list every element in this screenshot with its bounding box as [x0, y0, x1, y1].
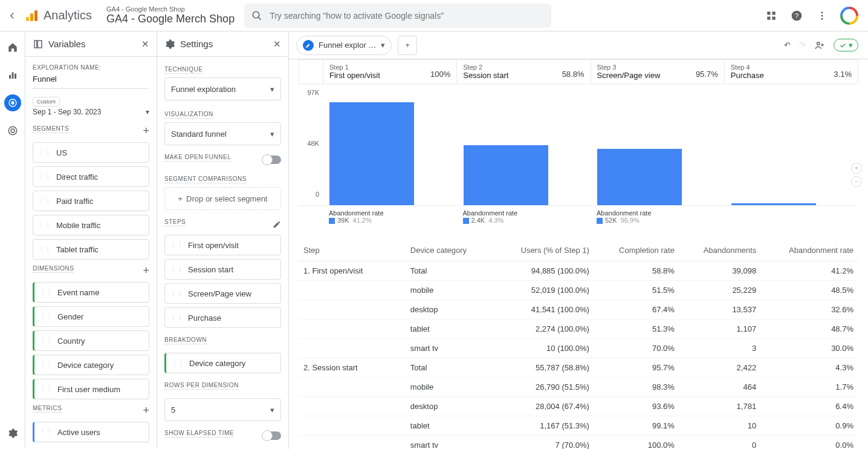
chip[interactable]: ⋮⋮Gender [33, 306, 149, 327]
svg-text:?: ? [795, 11, 799, 19]
funnel-chart: 97K48K0 + − [299, 84, 858, 205]
expl-name-input[interactable]: Funnel [33, 74, 149, 89]
add-dimension-button[interactable]: + [143, 264, 149, 277]
table-header[interactable]: Device category [406, 240, 492, 261]
elapsed-toggle[interactable] [263, 431, 281, 440]
redo-button[interactable]: ↷ [799, 41, 806, 50]
back-button[interactable] [5, 10, 19, 21]
chevron-down-icon: ▾ [849, 41, 853, 50]
chip[interactable]: ⋮⋮Device category [33, 355, 149, 375]
avatar[interactable] [840, 7, 858, 25]
svg-point-12 [821, 18, 823, 19]
close-settings-button[interactable]: ✕ [273, 39, 281, 50]
tab-funnel[interactable]: Funnel explor … ▾ [296, 36, 392, 55]
chevron-down-icon: ▾ [381, 41, 385, 50]
title-block[interactable]: GA4 - Google Merch Shop GA4 - Google Mer… [106, 5, 235, 25]
svg-point-10 [821, 11, 823, 13]
share-button[interactable] [814, 40, 825, 51]
bar[interactable] [329, 102, 414, 205]
settings-title: Settings [180, 39, 213, 49]
bar-col [323, 84, 457, 205]
svg-rect-5 [772, 11, 776, 15]
funnel-step-headers: Step 1First open/visit100%Step 2Session … [299, 59, 858, 84]
close-variables-button[interactable]: ✕ [141, 39, 149, 50]
table-row[interactable]: smart tv7 (70.0%)100.0%00.0% [299, 436, 858, 449]
chip[interactable]: ⋮⋮Tablet traffic [33, 239, 149, 260]
table-row[interactable]: mobile26,790 (51.5%)98.3%4641.7% [299, 378, 858, 397]
technique-select[interactable]: Funnel exploration▾ [164, 77, 281, 100]
chip[interactable]: ⋮⋮Mobile traffic [33, 215, 149, 235]
add-tab-button[interactable]: + [398, 36, 417, 55]
table-row[interactable]: desktop41,541 (100.0%)67.4%13,53732.6% [299, 300, 858, 320]
table-row[interactable]: smart tv10 (100.0%)70.0%330.0% [299, 339, 858, 358]
apps-icon[interactable] [764, 8, 779, 23]
table-row[interactable]: tablet1,167 (51.3%)99.1%100.9% [299, 416, 858, 436]
content-area: Funnel explor … ▾ + ↶ ↷ ▾ Step 1First op… [289, 31, 868, 449]
zoom-in-button[interactable]: + [851, 163, 862, 174]
svg-point-22 [817, 42, 820, 45]
help-icon[interactable]: ? [789, 8, 804, 23]
bar[interactable] [731, 203, 816, 205]
chip[interactable]: ⋮⋮Direct traffic [33, 166, 149, 187]
home-icon[interactable] [4, 39, 21, 56]
table-header[interactable]: Users (% of Step 1) [492, 240, 594, 261]
add-metric-button[interactable]: + [143, 404, 149, 417]
reports-icon[interactable] [4, 67, 21, 84]
table-header[interactable]: Abandonment rate [761, 240, 858, 261]
make-open-toggle[interactable] [263, 156, 281, 164]
bar[interactable] [597, 149, 682, 206]
advertising-icon[interactable] [4, 122, 21, 139]
chip-label: Active users [57, 428, 100, 437]
breakdown-chip[interactable]: ⋮⋮Device category [164, 353, 281, 373]
chip[interactable]: ⋮⋮Screen/Page view [164, 283, 281, 304]
undo-button[interactable]: ↶ [784, 41, 791, 50]
admin-icon[interactable] [4, 425, 21, 442]
chip[interactable]: ⋮⋮Event name [33, 282, 149, 303]
chip[interactable]: ⋮⋮US [33, 142, 149, 163]
table-row[interactable]: desktop28,004 (67.4%)93.6%1,7816.4% [299, 397, 858, 416]
chip-label: Device category [57, 361, 114, 370]
svg-rect-0 [26, 17, 29, 21]
svg-rect-6 [767, 16, 770, 19]
visualization-select[interactable]: Standard funnel▾ [164, 122, 281, 145]
segment-drop-zone[interactable]: +Drop or select segment [164, 187, 281, 210]
add-segment-button[interactable]: + [143, 125, 149, 137]
step-header: Step 4Purchase3.1% [724, 60, 858, 84]
table-row[interactable]: mobile52,019 (100.0%)51.5%25,22948.5% [299, 281, 858, 300]
table-header[interactable]: Completion rate [594, 240, 679, 261]
rows-select[interactable]: 5▾ [164, 398, 281, 421]
variables-icon [33, 39, 44, 50]
chip[interactable]: ⋮⋮Session start [164, 259, 281, 280]
chip-label: Country [57, 336, 85, 346]
chevron-down-icon: ▾ [146, 108, 149, 116]
chip[interactable]: ⋮⋮Purchase [164, 307, 281, 328]
chip-label: Gender [57, 312, 83, 321]
edit-steps-button[interactable] [273, 220, 281, 229]
svg-rect-21 [37, 41, 42, 48]
bar[interactable] [464, 145, 548, 205]
explore-icon[interactable] [4, 94, 21, 111]
breakdown-label: BREAKDOWN [164, 336, 207, 344]
search-input[interactable] [270, 11, 544, 21]
chip[interactable]: ⋮⋮Paid traffic [33, 191, 149, 211]
bar-col [457, 84, 591, 205]
table-row[interactable]: 1. First open/visitTotal94,885 (100.0%)5… [299, 261, 858, 281]
settings-panel: Settings ✕ TECHNIQUE Funnel exploration▾… [157, 31, 289, 449]
chip-label: First user medium [57, 385, 120, 394]
table-row[interactable]: tablet2,274 (100.0%)51.3%1,10748.7% [299, 320, 858, 339]
date-range-picker[interactable]: Sep 1 - Sep 30, 2023 ▾ [33, 108, 149, 116]
chevron-down-icon: ▾ [270, 405, 274, 415]
table-header[interactable]: Step [299, 240, 406, 261]
table-header[interactable]: Abandonments [679, 240, 761, 261]
more-icon[interactable] [815, 8, 829, 23]
table-row[interactable]: 2. Session startTotal55,787 (58.8%)95.7%… [299, 358, 858, 378]
zoom-out-button[interactable]: − [851, 176, 862, 187]
chip[interactable]: ⋮⋮Country [33, 330, 149, 351]
drop-segment-text: Drop or select segment [186, 194, 267, 203]
chip[interactable]: ⋮⋮First open/visit [164, 235, 281, 255]
chip[interactable]: ⋮⋮Active users [33, 422, 149, 442]
status-pill[interactable]: ▾ [834, 39, 858, 51]
bar-col [725, 84, 859, 205]
search-bar[interactable] [244, 4, 551, 28]
chip[interactable]: ⋮⋮First user medium [33, 379, 149, 399]
